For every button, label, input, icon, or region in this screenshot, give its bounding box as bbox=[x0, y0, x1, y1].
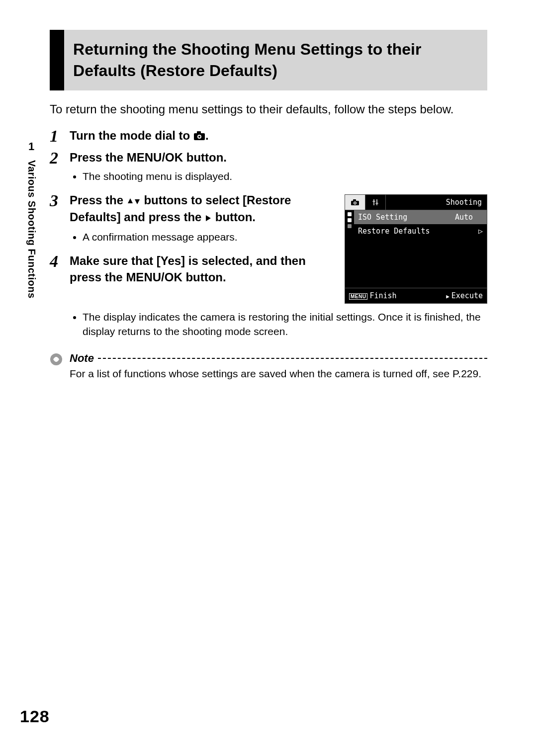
chapter-number: 1 bbox=[28, 140, 34, 153]
svg-point-3 bbox=[198, 136, 200, 138]
step-headline-text: button. bbox=[212, 210, 256, 224]
step-body: Press the buttons to select [Restore Def… bbox=[70, 192, 334, 248]
step-headline: Turn the mode dial to . bbox=[70, 128, 487, 145]
lcd-scrollbar bbox=[345, 210, 354, 288]
step-bullet: The display indicates the camera is rest… bbox=[83, 310, 487, 339]
step-body: The display indicates the camera is rest… bbox=[70, 307, 487, 343]
step-2: 2 Press the MENU/OK button. The shooting… bbox=[50, 150, 487, 187]
chapter-label: Various Shooting Functions bbox=[26, 160, 37, 299]
lcd-scroll-indicator bbox=[348, 218, 352, 222]
lcd-tabs: Shooting bbox=[345, 195, 487, 210]
steps-list: 1 Turn the mode dial to . 2 Press the ME… bbox=[50, 128, 487, 343]
camera-icon bbox=[193, 129, 205, 145]
step-1: 1 Turn the mode dial to . bbox=[50, 128, 487, 145]
lcd-scroll-indicator bbox=[348, 212, 352, 216]
lcd-menu-row-restore: Restore Defaults ▷ bbox=[354, 224, 487, 238]
note-block: Note For a list of functions whose setti… bbox=[50, 352, 487, 381]
lcd-footer-left: MENUFinish bbox=[349, 291, 397, 300]
lcd-footer-left-text: Finish bbox=[369, 291, 396, 300]
steps-3-4-with-screenshot: 3 Press the buttons to select [Restore D… bbox=[50, 192, 487, 304]
svg-rect-13 bbox=[373, 201, 375, 202]
lcd-scroll-indicator bbox=[348, 224, 352, 228]
step-bullet: A confirmation message appears. bbox=[83, 230, 334, 244]
lcd-empty-area bbox=[354, 238, 487, 288]
intro-paragraph: To return the shooting menu settings to … bbox=[50, 101, 487, 117]
steps-3-4-column: 3 Press the buttons to select [Restore D… bbox=[50, 192, 334, 285]
step-headline: Press the MENU/OK button. bbox=[70, 150, 487, 166]
svg-marker-4 bbox=[128, 198, 133, 203]
lcd-tab-title: Shooting bbox=[446, 195, 487, 210]
step-4: 4 Make sure that [Yes] is selected, and … bbox=[50, 253, 334, 285]
note-content: Note For a list of functions whose setti… bbox=[70, 352, 487, 381]
svg-rect-11 bbox=[373, 199, 374, 205]
manual-page: Returning the Shooting Menu Settings to … bbox=[0, 0, 537, 756]
left-margin: 1 Various Shooting Functions bbox=[24, 140, 39, 299]
lcd-tab-camera-icon bbox=[345, 195, 365, 210]
note-icon bbox=[50, 353, 63, 368]
page-number: 128 bbox=[20, 707, 50, 726]
svg-point-10 bbox=[355, 202, 356, 204]
up-down-triangle-icon bbox=[127, 193, 141, 209]
step-number: 1 bbox=[50, 128, 63, 145]
note-title-line: Note bbox=[70, 352, 487, 365]
step-headline-suffix: . bbox=[205, 129, 209, 142]
section-title: Returning the Shooting Menu Settings to … bbox=[64, 30, 487, 90]
lcd-menu-row-iso: ISO Setting Auto bbox=[354, 210, 487, 224]
note-title: Note bbox=[70, 352, 94, 365]
menu-badge-icon: MENU bbox=[349, 293, 367, 300]
step-bullet: The shooting menu is displayed. bbox=[83, 169, 487, 183]
svg-rect-12 bbox=[376, 199, 377, 205]
lcd-menu-list: ISO Setting Auto Restore Defaults ▷ bbox=[354, 210, 487, 288]
svg-rect-8 bbox=[353, 199, 356, 201]
step-headline: Make sure that [Yes] is selected, and th… bbox=[70, 253, 334, 285]
step-body: Make sure that [Yes] is selected, and th… bbox=[70, 253, 334, 285]
step-3: 3 Press the buttons to select [Restore D… bbox=[50, 192, 334, 248]
svg-marker-5 bbox=[135, 199, 140, 204]
svg-rect-14 bbox=[376, 203, 378, 204]
lcd-footer-right: Execute bbox=[446, 291, 483, 300]
step-bullets: The display indicates the camera is rest… bbox=[70, 310, 487, 339]
step-headline-text: Press the bbox=[70, 193, 127, 207]
lcd-row-value: Auto bbox=[455, 213, 483, 222]
svg-marker-6 bbox=[206, 215, 211, 221]
lcd-row-label: Restore Defaults bbox=[358, 227, 472, 236]
step-number: 3 bbox=[50, 192, 63, 248]
step-number: 2 bbox=[50, 150, 63, 187]
lcd-body: ISO Setting Auto Restore Defaults ▷ bbox=[345, 210, 487, 288]
step-headline-text: Turn the mode dial to bbox=[70, 129, 193, 142]
chevron-right-icon: ▷ bbox=[477, 227, 483, 236]
step-number: 4 bbox=[50, 253, 63, 285]
camera-lcd-screenshot: Shooting ISO Setting Auto Res bbox=[345, 194, 487, 304]
step-bullets: The shooting menu is displayed. bbox=[70, 169, 487, 183]
svg-rect-1 bbox=[197, 131, 201, 134]
lcd-tab-tools-icon bbox=[365, 195, 386, 210]
lcd-row-label: ISO Setting bbox=[358, 213, 450, 222]
step-4-bullets: 4 The display indicates the camera is re… bbox=[50, 307, 487, 343]
note-dashed-rule bbox=[98, 358, 487, 359]
note-text: For a list of functions whose settings a… bbox=[70, 367, 487, 381]
lcd-footer: MENUFinish Execute bbox=[345, 288, 487, 303]
step-bullets: A confirmation message appears. bbox=[70, 230, 334, 244]
step-body: Press the MENU/OK button. The shooting m… bbox=[70, 150, 487, 187]
lcd-tab-spacer bbox=[386, 195, 446, 210]
section-title-block: Returning the Shooting Menu Settings to … bbox=[50, 30, 487, 90]
step-headline: Press the buttons to select [Restore Def… bbox=[70, 192, 334, 227]
title-accent-bar bbox=[50, 30, 64, 90]
right-triangle-icon bbox=[205, 210, 212, 226]
step-body: Turn the mode dial to . bbox=[70, 128, 487, 145]
